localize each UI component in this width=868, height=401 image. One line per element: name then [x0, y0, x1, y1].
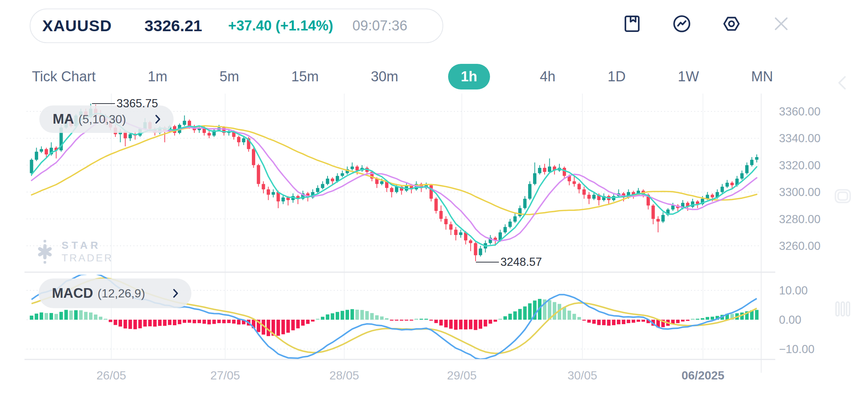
- rounded-square-icon: [832, 186, 853, 206]
- high-price-label: 3365.75: [116, 97, 158, 110]
- low-price-label: 3248.57: [500, 255, 542, 269]
- svg-text:30/05: 30/05: [568, 369, 597, 382]
- svg-text:−10.00: −10.00: [779, 343, 815, 356]
- svg-text:3280.00: 3280.00: [779, 213, 821, 226]
- svg-text:3340.00: 3340.00: [779, 132, 821, 145]
- ma-indicator-params: (5,10,30): [79, 113, 126, 126]
- axis-labels: 3360.003340.003320.003300.003280.003260.…: [96, 105, 821, 382]
- chart-gridlines: [24, 94, 775, 373]
- macd-indicator-params: (12,26,9): [98, 287, 145, 300]
- svg-text:26/05: 26/05: [96, 369, 126, 382]
- low-price-annotation: 3248.57: [476, 255, 542, 269]
- trading-app-screen: STAR TRADER 3360.003340.003320.003300.00…: [0, 0, 868, 401]
- svg-text:10.00: 10.00: [779, 284, 808, 297]
- chevron-left-icon: [834, 74, 852, 91]
- macd-indicator-pill[interactable]: MACD (12,26,9): [39, 278, 191, 308]
- high-price-annotation: 3365.75: [92, 97, 158, 110]
- annotation-line: [476, 262, 499, 263]
- svg-text:27/05: 27/05: [210, 369, 240, 382]
- vertical-bars-icon: [832, 299, 853, 319]
- drag-handle[interactable]: [832, 299, 853, 319]
- annotation-line: [92, 103, 115, 104]
- svg-text:3300.00: 3300.00: [779, 186, 821, 199]
- screenshot-button[interactable]: [832, 186, 853, 206]
- chevron-right-icon: [151, 113, 164, 125]
- svg-text:3320.00: 3320.00: [779, 159, 821, 172]
- svg-text:06/2025: 06/2025: [681, 369, 724, 382]
- macd-indicator-name: MACD: [52, 286, 93, 301]
- svg-text:28/05: 28/05: [329, 369, 359, 382]
- svg-text:3360.00: 3360.00: [779, 105, 821, 118]
- panel-collapse-handle[interactable]: [834, 74, 852, 91]
- svg-text:0.00: 0.00: [779, 313, 801, 326]
- ma-indicator-name: MA: [53, 111, 74, 127]
- price-chart-canvas[interactable]: 3360.003340.003320.003300.003280.003260.…: [0, 0, 868, 401]
- svg-text:29/05: 29/05: [447, 369, 477, 382]
- svg-text:3260.00: 3260.00: [779, 239, 821, 252]
- chevron-right-icon: [169, 287, 182, 300]
